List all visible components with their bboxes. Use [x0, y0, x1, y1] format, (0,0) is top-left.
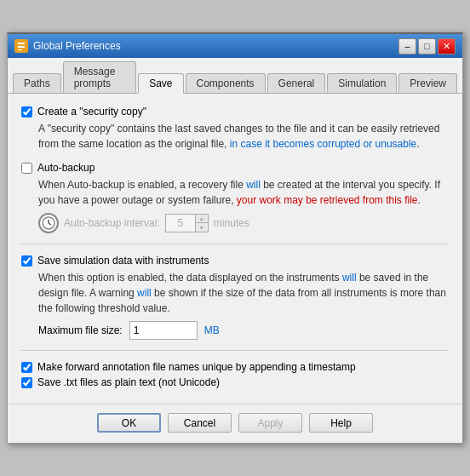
simulation-data-label: Save simulation data with instruments [37, 255, 209, 267]
divider-1 [21, 244, 449, 244]
window-title: Global Preferences [33, 40, 121, 52]
security-copy-description: A "security copy" contains the last save… [38, 121, 449, 152]
plaintext-label: Save .txt files as plain text (not Unico… [37, 376, 220, 388]
auto-backup-checkbox[interactable] [21, 163, 32, 174]
title-bar-left: Global Preferences [14, 39, 121, 53]
clock-icon [38, 213, 59, 233]
auto-backup-interval-row: Auto-backup interval: ▲ ▼ minutes [38, 213, 449, 233]
simulation-data-checkbox[interactable] [21, 255, 32, 267]
simulation-data-description: When this option is enabled, the data di… [38, 270, 449, 316]
file-size-label: Maximum file size: [38, 324, 123, 336]
auto-backup-red-text: your work may be retrieved from this fil… [237, 194, 418, 206]
sim-will-1: will [342, 272, 357, 284]
global-preferences-window: Global Preferences ‒ □ ✕ Paths Message p… [7, 32, 463, 444]
help-button[interactable]: Help [309, 413, 373, 433]
mb-label: MB [204, 324, 220, 336]
auto-backup-row: Auto-backup [21, 162, 449, 174]
interval-label: Auto-backup interval: [64, 217, 160, 229]
spinner-down-button[interactable]: ▼ [196, 223, 208, 232]
auto-backup-description: When Auto-backup is enabled, a recovery … [38, 177, 449, 208]
cancel-button[interactable]: Cancel [168, 413, 232, 433]
button-row: OK Cancel Apply Help [8, 404, 462, 443]
spinner-up-button[interactable]: ▲ [196, 215, 208, 223]
security-copy-section: Create a "security copy" A "security cop… [21, 106, 449, 152]
plaintext-checkbox[interactable] [21, 377, 32, 388]
bottom-checkboxes: Make forward annotation file names uniqu… [21, 361, 449, 388]
security-copy-blue-text: in case it becomes corrupted or unusable [230, 138, 416, 150]
simulation-data-section: Save simulation data with instruments Wh… [21, 255, 449, 340]
timestamp-label: Make forward annotation file names uniqu… [37, 361, 356, 373]
plaintext-row: Save .txt files as plain text (not Unico… [21, 376, 449, 388]
title-buttons: ‒ □ ✕ [398, 38, 456, 54]
timestamp-checkbox[interactable] [21, 362, 32, 373]
divider-2 [21, 350, 449, 351]
auto-backup-label: Auto-backup [37, 162, 95, 174]
minutes-label: minutes [214, 217, 249, 229]
tab-save[interactable]: Save [138, 73, 183, 94]
security-copy-checkbox[interactable] [21, 106, 32, 118]
security-copy-label: Create a "security copy" [37, 106, 146, 118]
sim-will-2: will [137, 287, 152, 299]
svg-rect-3 [18, 49, 22, 50]
tab-message-prompts[interactable]: Message prompts [63, 61, 136, 93]
title-bar: Global Preferences ‒ □ ✕ [8, 34, 462, 58]
minimize-button[interactable]: ‒ [398, 38, 416, 54]
interval-value-input[interactable] [166, 215, 195, 232]
security-copy-row: Create a "security copy" [21, 106, 449, 118]
tab-components[interactable]: Components [186, 73, 266, 93]
main-content: Create a "security copy" A "security cop… [8, 94, 462, 404]
spinner-buttons: ▲ ▼ [195, 215, 208, 232]
simulation-data-row: Save simulation data with instruments [21, 255, 449, 267]
tab-general[interactable]: General [267, 73, 326, 93]
ok-button[interactable]: OK [97, 413, 161, 433]
app-icon [14, 39, 28, 53]
auto-backup-section: Auto-backup When Auto-backup is enabled,… [21, 162, 449, 233]
file-size-input[interactable] [129, 321, 198, 340]
svg-rect-1 [18, 43, 25, 44]
svg-rect-2 [18, 46, 25, 48]
timestamp-row: Make forward annotation file names uniqu… [21, 361, 449, 373]
close-button[interactable]: ✕ [438, 38, 456, 54]
maximize-button[interactable]: □ [418, 38, 436, 54]
auto-backup-will-1: will [246, 179, 261, 191]
tab-simulation[interactable]: Simulation [327, 73, 397, 93]
apply-button[interactable]: Apply [238, 413, 302, 433]
tab-bar: Paths Message prompts Save Components Ge… [8, 58, 462, 94]
tab-paths[interactable]: Paths [13, 73, 61, 93]
interval-spinner: ▲ ▼ [165, 214, 209, 232]
file-size-row: Maximum file size: MB [38, 321, 449, 340]
tab-preview[interactable]: Preview [398, 73, 457, 93]
